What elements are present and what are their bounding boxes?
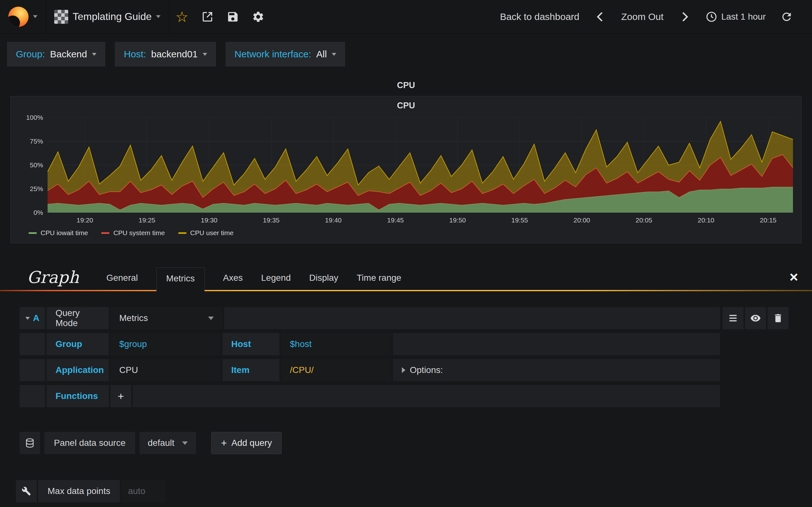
- group-label: Group: [47, 333, 109, 355]
- options-label: Options:: [410, 365, 443, 375]
- refresh-icon: [780, 10, 793, 23]
- group-input[interactable]: $group: [110, 333, 221, 355]
- query-menu-button[interactable]: [722, 307, 744, 329]
- stacked-area-chart: [48, 118, 793, 213]
- star-button[interactable]: ☆: [169, 0, 195, 33]
- chevron-down-icon: [208, 317, 214, 320]
- grafana-logo-menu[interactable]: [0, 0, 46, 33]
- item-label: Item: [222, 359, 280, 381]
- max-data-points-label: Max data points: [38, 480, 120, 502]
- variable-label: Group:: [16, 49, 45, 60]
- back-to-dashboard-button[interactable]: Back to dashboard: [495, 11, 584, 22]
- legend-item[interactable]: CPU system time: [101, 229, 165, 237]
- legend-color-swatch: [101, 232, 109, 234]
- variable-host-dropdown[interactable]: Host: backend01: [115, 42, 216, 66]
- clock-icon: [705, 11, 717, 23]
- add-function-button[interactable]: +: [110, 385, 131, 407]
- x-tick-label: 20:15: [760, 216, 776, 224]
- legend-item[interactable]: CPU user time: [178, 229, 234, 237]
- chevron-down-icon: [332, 53, 336, 56]
- chevron-right-icon: [678, 10, 691, 23]
- tab-time-range[interactable]: Time range: [357, 273, 402, 291]
- item-input[interactable]: /CPU/: [281, 359, 392, 381]
- query-row-a: A Query Mode Metrics: [20, 307, 720, 329]
- x-tick-label: 19:20: [77, 216, 93, 224]
- chart-legend: CPU iowait timeCPU system timeCPU user t…: [29, 229, 801, 237]
- query-row-functions: Functions +: [20, 385, 720, 407]
- legend-label: CPU user time: [190, 229, 234, 237]
- add-query-label: Add query: [231, 438, 272, 448]
- plus-icon: +: [221, 437, 227, 449]
- host-label: Host: [222, 333, 280, 355]
- time-range-picker[interactable]: Last 1 hour: [700, 11, 771, 23]
- editor-header: Graph General Metrics Axes Legend Displa…: [0, 268, 812, 291]
- row-filler: [393, 333, 720, 355]
- y-tick-label: 50%: [30, 161, 43, 169]
- refresh-button[interactable]: [774, 0, 799, 33]
- panel-title[interactable]: CPU: [11, 101, 801, 111]
- x-tick-label: 19:30: [201, 216, 217, 224]
- variable-label: Network interface:: [235, 49, 311, 60]
- row-indent: [20, 359, 45, 381]
- tab-metrics[interactable]: Metrics: [156, 268, 205, 291]
- chart: 100% 75% 50% 25% 0% 19:2019:2519:3019:35…: [11, 118, 801, 227]
- query-row-group-host: Group $group Host $host: [20, 333, 720, 355]
- query-delete-button[interactable]: [768, 307, 789, 329]
- y-tick-label: 25%: [30, 185, 43, 193]
- query-row-application-item: Application CPU Item /CPU/ Options:: [20, 359, 720, 381]
- datasource-row: Panel data source default + Add query: [20, 432, 812, 454]
- close-editor-icon[interactable]: ×: [790, 268, 798, 291]
- dashboard-switcher[interactable]: Templating Guide: [46, 0, 169, 33]
- x-tick-label: 20:10: [698, 216, 714, 224]
- application-input[interactable]: CPU: [110, 359, 221, 381]
- legend-color-swatch: [29, 232, 37, 234]
- trash-icon: [773, 313, 783, 324]
- gear-icon: [252, 10, 264, 23]
- query-toggle-visibility-button[interactable]: [745, 307, 766, 329]
- datasource-dropdown[interactable]: default: [140, 432, 196, 454]
- chevron-down-icon: [156, 15, 160, 18]
- variable-group-dropdown[interactable]: Group: Backend: [7, 42, 105, 66]
- x-tick-label: 19:25: [139, 216, 155, 224]
- settings-button[interactable]: [246, 0, 271, 33]
- y-tick-label: 0%: [34, 209, 43, 216]
- template-variables-row: Group: Backend Host: backend01 Network i…: [0, 34, 812, 75]
- time-range-label: Last 1 hour: [721, 12, 766, 22]
- host-input[interactable]: $host: [281, 333, 392, 355]
- time-shift-forward-button[interactable]: [672, 0, 697, 33]
- panel-fullscreen-title: CPU: [0, 80, 812, 90]
- tab-general[interactable]: General: [106, 273, 138, 291]
- legend-color-swatch: [178, 232, 187, 234]
- variable-value: backend01: [151, 49, 198, 60]
- chevron-down-icon: [26, 317, 30, 320]
- tab-display[interactable]: Display: [309, 273, 339, 291]
- save-button[interactable]: [220, 0, 246, 33]
- variable-netif-dropdown[interactable]: Network interface: All: [225, 42, 345, 66]
- tab-axes[interactable]: Axes: [223, 273, 243, 291]
- editor-panel-type-title: Graph: [27, 268, 79, 291]
- x-axis: 19:2019:2519:3019:3519:4019:4519:5019:55…: [48, 213, 793, 227]
- legend-label: CPU system time: [113, 229, 165, 237]
- x-tick-label: 20:05: [636, 216, 653, 224]
- query-collapse-toggle[interactable]: A: [20, 307, 45, 329]
- tab-legend[interactable]: Legend: [261, 273, 291, 291]
- legend-item[interactable]: CPU iowait time: [29, 229, 88, 237]
- time-shift-back-button[interactable]: [588, 0, 613, 33]
- x-tick-label: 19:45: [387, 216, 404, 224]
- plot-area[interactable]: 19:2019:2519:3019:3519:4019:4519:5019:55…: [48, 118, 793, 227]
- zoom-out-button[interactable]: Zoom Out: [616, 11, 669, 22]
- options-toggle[interactable]: Options:: [393, 359, 720, 381]
- panel-editor: Graph General Metrics Axes Legend Displa…: [0, 268, 812, 502]
- dashboard-area: CPU CPU 100% 75% 50% 25% 0% 19:2019:2519…: [0, 80, 812, 243]
- query-mode-value: Metrics: [119, 313, 148, 323]
- star-icon: ☆: [175, 9, 189, 24]
- add-query-button[interactable]: + Add query: [211, 432, 282, 454]
- query-mode-dropdown[interactable]: Metrics: [110, 307, 223, 329]
- graph-panel: CPU 100% 75% 50% 25% 0% 19:2019:2519:301…: [10, 96, 802, 243]
- chevron-left-icon: [594, 10, 607, 23]
- chevron-down-icon: [33, 15, 38, 18]
- hamburger-icon: [728, 313, 739, 324]
- row-indent: [20, 385, 45, 407]
- share-button[interactable]: [195, 0, 220, 33]
- max-data-points-input[interactable]: [121, 480, 165, 502]
